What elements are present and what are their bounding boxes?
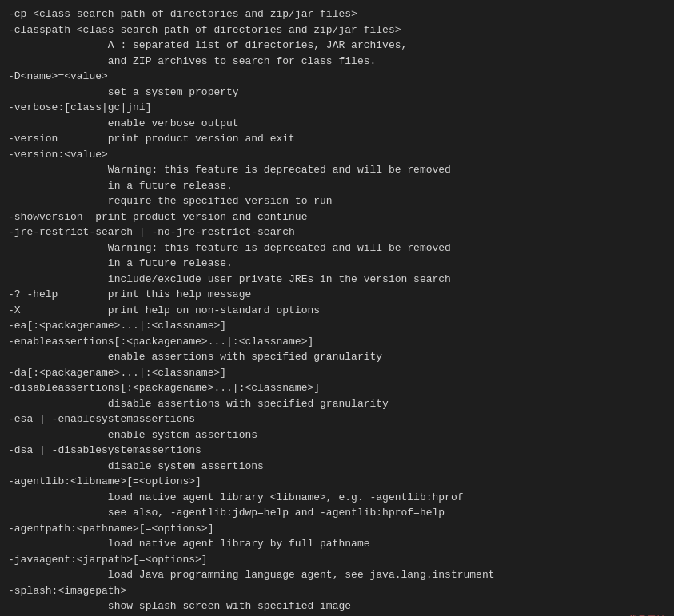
terminal-window: -cp <class search path of directories an…: [0, 0, 674, 616]
terminal-content: -cp <class search path of directories an…: [8, 6, 666, 616]
